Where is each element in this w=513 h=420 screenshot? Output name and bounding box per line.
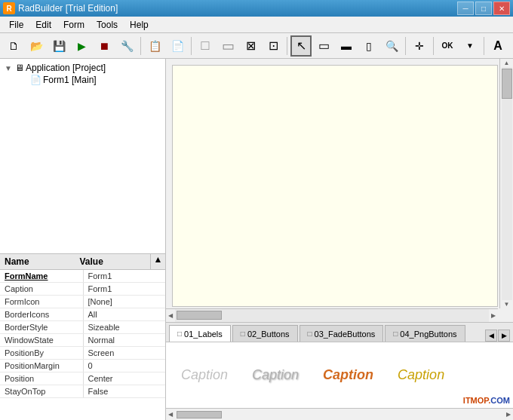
maximize-button[interactable]: □ [475, 2, 492, 15]
bottom-hscroll-thumb[interactable] [177, 411, 222, 418]
prop-name-stayontop: StayOnTop [0, 385, 83, 397]
bottom-tabs-area: □ 01_Labels □ 02_Buttons □ 03_FadeButton… [166, 322, 513, 420]
hscroll-left-button[interactable]: ◀ [166, 311, 175, 320]
tab-fade-icon: □ [308, 330, 312, 338]
tab-fadebuttons-label: 03_FadeButtons [315, 330, 376, 339]
comp3-button[interactable]: ⊠ [240, 35, 261, 57]
app-tree-icon: 🖥 [15, 63, 24, 73]
menu-form[interactable]: Form [57, 18, 91, 32]
prop-name-windowstate: WindowState [0, 334, 83, 346]
prop-row-bordericons[interactable]: BorderIcons All [0, 308, 165, 321]
build-button[interactable]: 🔧 [116, 35, 137, 57]
canvas-hscroll[interactable]: ◀ ▶ [166, 308, 498, 322]
comp2-button[interactable]: ▭ [217, 35, 238, 57]
copy-button[interactable]: 📋 [144, 35, 165, 57]
vscroll-track[interactable] [502, 67, 512, 300]
save-button[interactable]: 💾 [48, 35, 69, 57]
comp4-button[interactable]: ⊡ [263, 35, 284, 57]
hscroll-right-button[interactable]: ▶ [489, 311, 498, 320]
menu-help[interactable]: Help [124, 18, 155, 32]
prop-row-stayontop[interactable]: StayOnTop False [0, 385, 165, 398]
hscroll-thumb[interactable] [177, 311, 222, 320]
prop-row-windowstate[interactable]: WindowState Normal [0, 334, 165, 347]
vscroll-down-button[interactable]: ▼ [502, 300, 512, 308]
prop-value-formicon: [None] [83, 296, 166, 308]
tab-fadebuttons[interactable]: □ 03_FadeButtons [300, 325, 384, 342]
canvas-area[interactable]: ▲ ▼ ◀ ▶ [166, 59, 513, 322]
prop-value-positionby: Screen [83, 347, 166, 359]
text-button[interactable]: A [487, 35, 508, 57]
prop-row-borderstyle[interactable]: BorderStyle Sizeable [0, 321, 165, 334]
prop-value-formname: Form1 [83, 270, 166, 282]
sep5 [433, 37, 434, 55]
prop-name-formicon: FormIcon [0, 296, 83, 308]
form-canvas[interactable] [172, 65, 498, 307]
ok-button[interactable]: OK [437, 35, 458, 57]
close-button[interactable]: ✕ [493, 2, 510, 15]
vscroll-up-button[interactable]: ▲ [502, 59, 512, 67]
tree-item-form1[interactable]: 📄 Form1 [Main] [18, 74, 162, 86]
prop-rows: FormName Form1 Caption Form1 FormIcon [N… [0, 270, 165, 398]
prop-value-header: Value [75, 254, 151, 269]
tree-form-label: Form1 [Main] [43, 75, 97, 85]
component-caption-2[interactable]: Caption [246, 364, 305, 386]
sep1 [140, 37, 141, 55]
tab-buttons[interactable]: □ 02_Buttons [232, 325, 298, 342]
component-caption-3[interactable]: Caption [317, 364, 379, 386]
watermark-text1: ITMOP [463, 396, 488, 405]
vscroll-thumb[interactable] [502, 69, 512, 99]
tab-pngbuttons[interactable]: □ 04_PngButtons [385, 325, 465, 342]
tab-pngbuttons-label: 04_PngButtons [400, 330, 456, 339]
comp1-button[interactable]: □ [195, 35, 216, 57]
components-view[interactable]: Caption Caption Caption Caption ITMOP.CO… [166, 342, 513, 408]
menu-file[interactable]: File [3, 18, 29, 32]
prop-value-position: Center [83, 372, 166, 385]
button-button[interactable]: ▬ [336, 35, 357, 57]
prop-row-positionmargin[interactable]: PositionMargin 0 [0, 360, 165, 372]
input-button[interactable]: ▯ [358, 35, 379, 57]
open-button[interactable]: 📂 [26, 35, 47, 57]
menu-edit[interactable]: Edit [29, 18, 57, 32]
left-panel: ▼ 🖥 Application [Project] 📄 Form1 [Main]… [0, 59, 166, 420]
prop-name-header: Name [0, 254, 75, 269]
prop-row-caption[interactable]: Caption Form1 [0, 283, 165, 296]
bottom-hscroll-left[interactable]: ◀ [166, 410, 175, 418]
bottom-hscroll-track[interactable] [175, 409, 504, 420]
prop-scroll-up[interactable]: ▲ [150, 254, 165, 269]
watermark: ITMOP.COM [463, 396, 510, 405]
component-caption-4[interactable]: Caption [392, 364, 450, 386]
prop-value-borderstyle: Sizeable [83, 321, 166, 333]
prop-row-position[interactable]: Position Center [0, 372, 165, 385]
stop-button[interactable]: ⏹ [94, 35, 115, 57]
tab-scroll-left[interactable]: ◀ [485, 330, 497, 342]
tree-view[interactable]: ▼ 🖥 Application [Project] 📄 Form1 [Main] [0, 59, 165, 254]
tab-labels[interactable]: □ 01_Labels [169, 325, 231, 342]
rect-button[interactable]: ▭ [313, 35, 334, 57]
tree-item-application[interactable]: ▼ 🖥 Application [Project] [3, 62, 162, 74]
app-icon: R [3, 2, 15, 14]
paste-button[interactable]: 📄 [167, 35, 188, 57]
properties-panel: Name Value ▲ FormName Form1 Caption Form… [0, 254, 165, 420]
prop-row-formicon[interactable]: FormIcon [None] [0, 296, 165, 308]
tab-buttons-label: 02_Buttons [247, 330, 290, 339]
tab-png-icon: □ [393, 330, 398, 338]
bottom-hscroll-right[interactable]: ▶ [504, 410, 513, 418]
menu-tools[interactable]: Tools [91, 18, 124, 32]
prop-name-positionmargin: PositionMargin [0, 360, 83, 372]
run-button[interactable]: ▶ [71, 35, 92, 57]
prop-row-positionby[interactable]: PositionBy Screen [0, 347, 165, 360]
menu-bar: File Edit Form Tools Help [0, 17, 513, 33]
bottom-hscroll[interactable]: ◀ ▶ [166, 408, 513, 420]
component-caption-1[interactable]: Caption [175, 364, 234, 386]
new-button[interactable]: 🗋 [3, 35, 24, 57]
tab-scroll-right[interactable]: ▶ [498, 330, 510, 342]
down-button[interactable]: ▼ [459, 35, 481, 57]
cursor-button[interactable]: ↖ [290, 35, 312, 57]
minimize-button[interactable]: ─ [457, 2, 474, 15]
prop-value-windowstate: Normal [83, 334, 166, 346]
search-button[interactable]: 🔍 [381, 35, 402, 57]
move-button[interactable]: ✛ [409, 35, 430, 57]
prop-value-stayontop: False [83, 385, 166, 397]
prop-row-formname[interactable]: FormName Form1 [0, 270, 165, 283]
canvas-vscroll[interactable]: ▲ ▼ [499, 59, 513, 308]
